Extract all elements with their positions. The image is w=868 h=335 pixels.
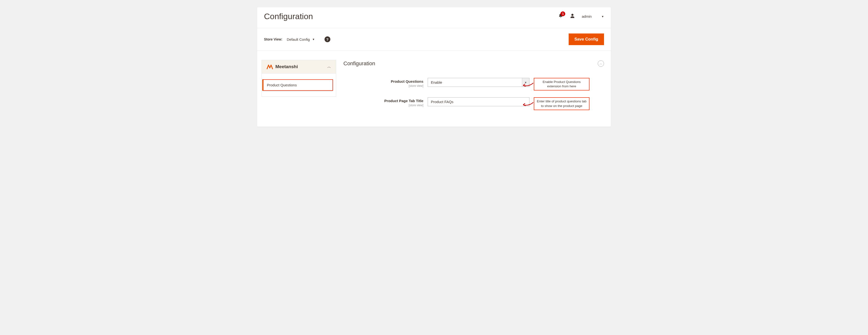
meetanshi-logo-icon [267,64,273,69]
config-sidebar: Meetanshi ︿ Product Questions [261,60,336,117]
field-label: Product Questions [391,79,423,83]
field-scope: [store view] [343,104,423,107]
notifications-button[interactable]: 1 [558,13,563,20]
store-view-label: Store View: [264,37,282,41]
field-label-col: Product Questions [store view] [343,78,423,88]
field-input-col: Enable ▼ [428,78,529,87]
header-actions: 1 admin ▼ [558,13,604,20]
config-form: Configuration ︿ Product Questions [store… [343,60,604,117]
user-icon[interactable] [570,13,575,20]
save-config-button[interactable]: Save Config [569,33,604,45]
field-product-questions-enable: Product Questions [store view] Enable ▼ … [343,78,604,90]
collapse-section-button[interactable]: ︿ [598,60,604,67]
sidebar-item-product-questions[interactable]: Product Questions [262,79,333,91]
field-label-col: Product Page Tab Title [store view] [343,97,423,107]
enable-select[interactable]: Enable ▼ [428,78,529,87]
help-icon[interactable]: ? [324,36,330,42]
field-label: Product Page Tab Title [384,99,423,103]
toolbar: Store View: Default Config ▼ ? Save Conf… [257,28,611,51]
notification-badge: 1 [560,11,565,16]
select-arrow-icon: ▼ [522,78,529,87]
sidebar-item-container: Product Questions [261,74,336,97]
enable-select-value: Enable [431,80,442,84]
content-area: Meetanshi ︿ Product Questions Configurat… [257,51,611,127]
annotation-enable: Enable Product Questions extension from … [534,78,589,90]
admin-account-dropdown[interactable]: admin ▼ [582,14,604,19]
annotation-tab-title: Enter title of product questions tab to … [534,97,589,110]
page-header: Configuration 1 admin ▼ [257,7,611,28]
chevron-up-icon: ︿ [599,62,602,66]
caret-down-icon: ▼ [312,38,315,41]
section-title: Configuration [343,60,375,67]
field-scope: [store view] [343,84,423,88]
toolbar-left: Store View: Default Config ▼ ? [264,36,330,42]
caret-down-icon: ▼ [601,15,604,18]
page-title: Configuration [264,12,313,21]
sidebar-group-title: Meetanshi [267,64,298,69]
admin-label: admin [582,14,592,19]
field-input-col [428,97,529,106]
store-view-select[interactable]: Default Config ▼ [287,37,315,41]
tab-title-input[interactable] [428,97,529,106]
store-view-value: Default Config [287,37,310,41]
chevron-up-icon: ︿ [327,64,331,69]
admin-panel: Configuration 1 admin ▼ Store View: Defa… [257,7,611,127]
section-header: Configuration ︿ [343,60,604,67]
sidebar-group-meetanshi[interactable]: Meetanshi ︿ [261,60,336,74]
field-product-page-tab-title: Product Page Tab Title [store view] Ente… [343,97,604,110]
sidebar-group-label: Meetanshi [275,64,298,69]
